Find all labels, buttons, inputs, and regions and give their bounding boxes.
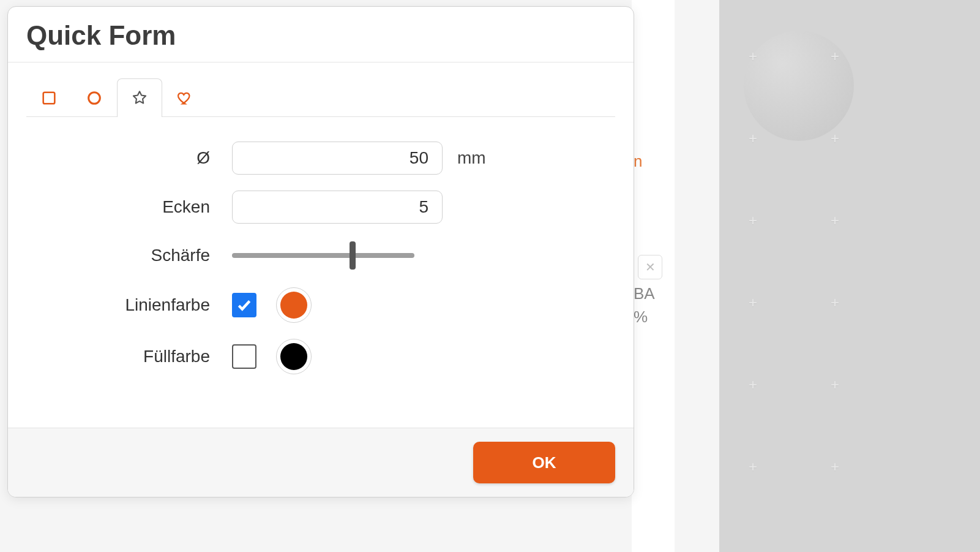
form-body: Ø mm Ecken Schärfe Linienfarbe: [8, 117, 634, 428]
row-corners: Ecken: [26, 191, 615, 224]
tab-square[interactable]: [26, 78, 72, 117]
fillcolor-swatch: [280, 343, 307, 370]
background-ring: [744, 31, 854, 141]
bg-plus-icon: +: [831, 130, 839, 147]
circle-icon: [86, 89, 103, 107]
bg-text-fragment: n: [634, 152, 642, 171]
tab-circle[interactable]: [72, 78, 117, 117]
bg-plus-icon: +: [831, 48, 839, 65]
label-sharpness: Schärfe: [26, 246, 232, 265]
bg-plus-icon: +: [831, 458, 839, 475]
close-button[interactable]: ✕: [638, 255, 662, 279]
label-corners: Ecken: [26, 197, 232, 217]
bg-plus-icon: +: [749, 294, 757, 311]
bg-text-fragment: BA: [634, 284, 655, 303]
slider-track: [232, 253, 414, 258]
label-fillcolor: Füllfarbe: [26, 347, 232, 366]
bg-plus-icon: +: [749, 48, 757, 65]
linecolor-checkbox[interactable]: [232, 293, 256, 317]
linecolor-swatch-button[interactable]: [276, 287, 312, 323]
diameter-input[interactable]: [232, 142, 443, 175]
diameter-unit: mm: [457, 148, 486, 168]
tab-underline: [26, 116, 615, 117]
bg-plus-icon: +: [831, 212, 839, 229]
shape-tabs: [8, 62, 634, 117]
linecolor-swatch: [280, 292, 307, 319]
tab-heart[interactable]: [162, 78, 208, 117]
fillcolor-swatch-button[interactable]: [276, 339, 312, 374]
background-right-panel: + + + + + + + + + + + +: [719, 0, 980, 552]
modal-header: Quick Form: [8, 7, 634, 62]
modal-title: Quick Form: [26, 20, 615, 51]
row-linecolor: Linienfarbe: [26, 287, 615, 323]
check-icon: [236, 297, 252, 313]
sharpness-slider[interactable]: [232, 240, 414, 271]
svg-point-1: [89, 93, 100, 104]
bg-plus-icon: +: [831, 376, 839, 393]
bg-plus-icon: +: [749, 212, 757, 229]
bg-plus-icon: +: [749, 130, 757, 147]
bg-text-fragment: %: [634, 308, 648, 327]
quick-form-modal: Quick Form Ø mm Ecken: [7, 6, 634, 497]
row-fillcolor: Füllfarbe: [26, 339, 615, 374]
tab-star[interactable]: [117, 78, 162, 117]
svg-rect-0: [43, 93, 55, 104]
bg-plus-icon: +: [749, 376, 757, 393]
row-diameter: Ø mm: [26, 142, 615, 175]
square-icon: [40, 89, 58, 107]
bg-plus-icon: +: [749, 458, 757, 475]
label-linecolor: Linienfarbe: [26, 295, 232, 315]
ok-button[interactable]: OK: [473, 442, 615, 483]
bg-plus-icon: +: [831, 294, 839, 311]
corners-input[interactable]: [232, 191, 443, 224]
label-diameter: Ø: [26, 148, 232, 168]
modal-footer: OK: [8, 428, 634, 497]
star-icon: [131, 89, 148, 107]
slider-thumb[interactable]: [350, 241, 356, 270]
heart-icon: [176, 89, 193, 107]
row-sharpness: Schärfe: [26, 240, 615, 271]
close-icon: ✕: [645, 260, 656, 274]
fillcolor-checkbox[interactable]: [232, 344, 256, 369]
